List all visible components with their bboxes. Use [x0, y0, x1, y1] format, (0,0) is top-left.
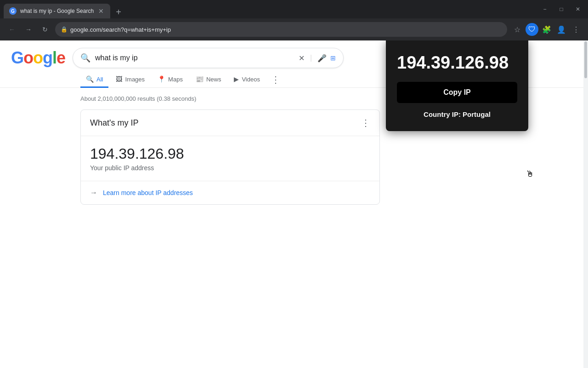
tab-news[interactable]: 📰 News	[190, 72, 227, 88]
tab-favicon: G	[9, 7, 17, 15]
extensions-button[interactable]: 🧩	[540, 23, 553, 36]
close-icon: ✕	[576, 6, 580, 12]
ip-card-menu-button[interactable]: ⋮	[361, 117, 370, 128]
tab-maps-label: Maps	[168, 76, 183, 83]
minimize-icon: −	[543, 6, 546, 12]
ip-card-body: 194.39.126.98 Your public IP address	[81, 136, 379, 181]
tab-close-button[interactable]: ✕	[97, 7, 105, 15]
all-icon: 🔍	[86, 75, 94, 83]
logo-l: l	[52, 48, 57, 67]
reload-icon: ↻	[42, 26, 48, 33]
logo-g: G	[11, 48, 23, 67]
tab-videos-label: Videos	[242, 76, 260, 83]
search-bar-container: 🔍 what is my ip ✕ | 🎤 ⊞	[73, 48, 344, 68]
bookmark-button[interactable]: ☆	[511, 23, 524, 36]
title-bar: G what is my ip - Google Search ✕ + − □ …	[0, 0, 588, 18]
search-icon: 🔍	[80, 53, 90, 63]
scrollbar[interactable]	[583, 40, 588, 368]
tab-bar: G what is my ip - Google Search ✕ +	[4, 0, 537, 18]
search-bar-icons: ✕ | 🎤 ⊞	[299, 54, 336, 63]
url-text: google.com/search?q=what+is+my+ip	[70, 26, 502, 33]
voice-search-icon[interactable]: 🎤	[317, 54, 327, 63]
forward-icon: →	[25, 26, 32, 33]
news-icon: 📰	[196, 75, 204, 83]
arrow-icon: →	[90, 189, 97, 197]
ip-card-footer: → Learn more about IP addresses	[81, 181, 379, 204]
logo-e: e	[57, 48, 65, 67]
back-icon: ←	[9, 26, 15, 33]
images-icon: 🖼	[116, 75, 122, 83]
learn-more-text: Learn more about IP addresses	[103, 189, 193, 196]
forward-button[interactable]: →	[22, 23, 35, 36]
tab-all-label: All	[96, 76, 103, 83]
search-bar[interactable]: 🔍 what is my ip ✕ | 🎤 ⊞	[73, 48, 344, 68]
toolbar-icons: ☆ 🛡 🧩 👤 ⋮	[511, 23, 582, 36]
url-bar[interactable]: 🔒 google.com/search?q=what+is+my+ip	[55, 22, 507, 37]
tab-images-label: Images	[125, 76, 145, 83]
extension-active-button[interactable]: 🛡	[526, 23, 538, 36]
scrollbar-thumb[interactable]	[584, 41, 587, 78]
ip-card-header: What's my IP ⋮	[81, 110, 379, 136]
more-tabs-button[interactable]: ⋮	[267, 72, 284, 87]
minimize-button[interactable]: −	[538, 3, 551, 16]
menu-button[interactable]: ⋮	[570, 23, 582, 36]
image-search-icon[interactable]: ⊞	[330, 54, 336, 62]
tab-all[interactable]: 🔍 All	[80, 72, 108, 88]
extension-ip-address: 194.39.126.98	[397, 53, 517, 73]
lock-icon: 🔒	[61, 26, 68, 33]
tab-videos[interactable]: ▶ Videos	[228, 72, 266, 88]
logo-o1: o	[23, 48, 33, 67]
profile-button[interactable]: 👤	[555, 23, 568, 36]
maximize-icon: □	[560, 6, 563, 12]
back-button[interactable]: ←	[6, 23, 18, 36]
copy-ip-button[interactable]: Copy IP	[397, 82, 517, 103]
ip-card-title: What's my IP	[90, 118, 138, 128]
address-bar: ← → ↻ 🔒 google.com/search?q=what+is+my+i…	[0, 18, 588, 40]
learn-more-link[interactable]: → Learn more about IP addresses	[90, 189, 370, 197]
close-window-button[interactable]: ✕	[571, 3, 584, 16]
search-query-text: what is my ip	[95, 54, 294, 62]
extension-popup: 194.39.126.98 Copy IP Country IP: Portug…	[386, 40, 528, 131]
ip-address-value: 194.39.126.98	[90, 145, 370, 162]
clear-search-icon[interactable]: ✕	[299, 54, 305, 63]
tab-images[interactable]: 🖼 Images	[110, 72, 150, 88]
new-tab-button[interactable]: +	[112, 6, 125, 18]
logo-o2: o	[33, 48, 43, 67]
videos-icon: ▶	[234, 75, 239, 83]
logo-g2: g	[43, 48, 52, 67]
ip-card: What's my IP ⋮ 194.39.126.98 Your public…	[80, 109, 380, 205]
tab-news-label: News	[206, 76, 221, 83]
country-ip-label: Country IP: Portugal	[397, 110, 517, 118]
google-logo: Google	[11, 48, 65, 68]
maps-icon: 📍	[158, 75, 165, 83]
tab-maps[interactable]: 📍 Maps	[152, 72, 188, 88]
window-controls: − □ ✕	[538, 3, 584, 16]
reload-button[interactable]: ↻	[39, 23, 51, 36]
active-tab[interactable]: G what is my ip - Google Search ✕	[4, 4, 110, 18]
maximize-button[interactable]: □	[555, 3, 568, 16]
ip-address-label: Your public IP address	[90, 164, 370, 172]
tab-title: what is my ip - Google Search	[20, 8, 94, 14]
cursor: 🖱	[526, 169, 534, 179]
page-content: Google 🔍 what is my ip ✕ | 🎤 ⊞	[0, 40, 588, 368]
